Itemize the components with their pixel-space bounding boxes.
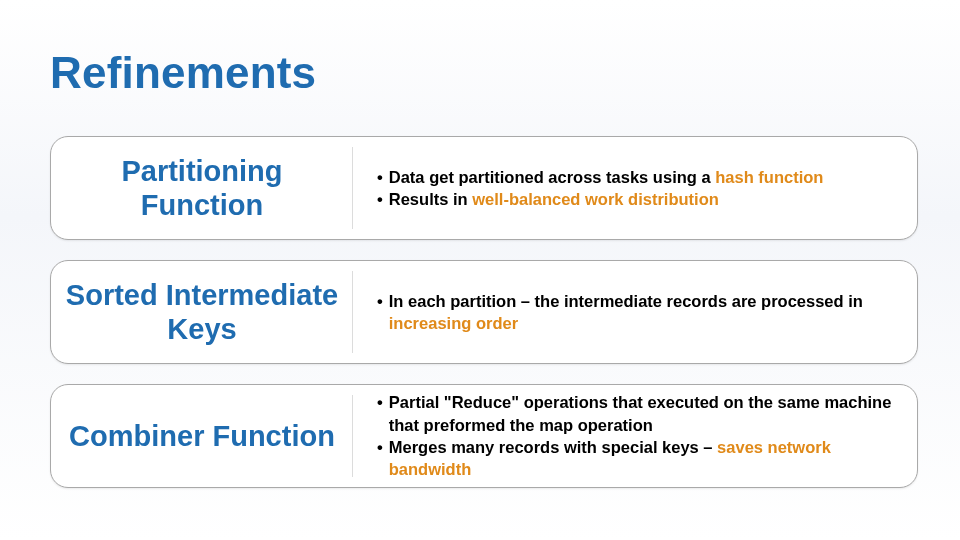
bullet-item: • In each partition – the intermediate r… xyxy=(377,290,895,335)
bullet-dot-icon: • xyxy=(377,188,383,210)
bullet-text: In each partition – the intermediate rec… xyxy=(389,290,895,335)
slide: Refinements Partitioning Function • Data… xyxy=(0,0,960,540)
bullet-pre: Merges many records with special keys – xyxy=(389,438,717,456)
row-label: Partitioning Function xyxy=(51,137,353,239)
rows-container: Partitioning Function • Data get partiti… xyxy=(50,136,910,488)
bullet-dot-icon: • xyxy=(377,290,383,312)
bullet-text: Data get partitioned across tasks using … xyxy=(389,166,895,188)
bullet-highlight: hash function xyxy=(715,168,823,186)
bullet-dot-icon: • xyxy=(377,391,383,413)
row-sorted-keys: Sorted Intermediate Keys • In each parti… xyxy=(50,260,918,364)
bullet-text: Results in well-balanced work distributi… xyxy=(389,188,895,210)
bullet-text: Partial "Reduce" operations that execute… xyxy=(389,391,895,436)
bullet-text: Merges many records with special keys – … xyxy=(389,436,895,481)
bullet-item: • Merges many records with special keys … xyxy=(377,436,895,481)
row-combiner: Combiner Function • Partial "Reduce" ope… xyxy=(50,384,918,488)
bullet-dot-icon: • xyxy=(377,166,383,188)
row-body: • In each partition – the intermediate r… xyxy=(353,261,917,363)
bullet-dot-icon: • xyxy=(377,436,383,458)
row-partitioning: Partitioning Function • Data get partiti… xyxy=(50,136,918,240)
bullet-highlight: increasing order xyxy=(389,314,518,332)
row-body: • Partial "Reduce" operations that execu… xyxy=(353,385,917,487)
row-label: Sorted Intermediate Keys xyxy=(51,261,353,363)
bullet-highlight: well-balanced work distribution xyxy=(472,190,719,208)
bullet-item: • Partial "Reduce" operations that execu… xyxy=(377,391,895,436)
bullet-item: • Data get partitioned across tasks usin… xyxy=(377,166,895,188)
row-body: • Data get partitioned across tasks usin… xyxy=(353,137,917,239)
bullet-pre: Data get partitioned across tasks using … xyxy=(389,168,715,186)
row-label: Combiner Function xyxy=(51,385,353,487)
slide-title: Refinements xyxy=(50,48,910,98)
bullet-item: • Results in well-balanced work distribu… xyxy=(377,188,895,210)
bullet-pre: Partial "Reduce" operations that execute… xyxy=(389,393,892,433)
bullet-pre: Results in xyxy=(389,190,472,208)
bullet-pre: In each partition – the intermediate rec… xyxy=(389,292,863,310)
